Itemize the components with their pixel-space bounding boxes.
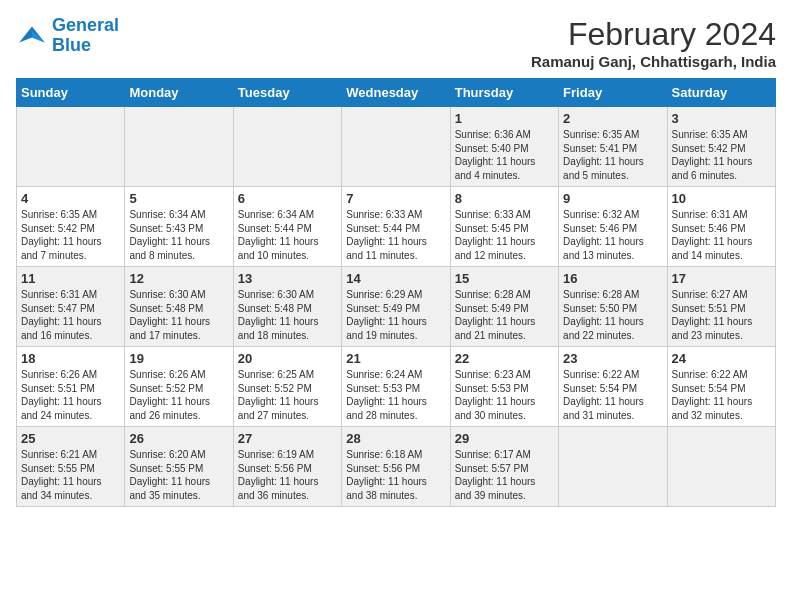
calendar-cell: 19Sunrise: 6:26 AM Sunset: 5:52 PM Dayli… [125,347,233,427]
day-number: 24 [672,351,771,366]
calendar-cell: 14Sunrise: 6:29 AM Sunset: 5:49 PM Dayli… [342,267,450,347]
calendar-cell [233,107,341,187]
day-info: Sunrise: 6:35 AM Sunset: 5:42 PM Dayligh… [672,128,771,182]
calendar-cell: 27Sunrise: 6:19 AM Sunset: 5:56 PM Dayli… [233,427,341,507]
day-info: Sunrise: 6:23 AM Sunset: 5:53 PM Dayligh… [455,368,554,422]
day-number: 13 [238,271,337,286]
day-number: 15 [455,271,554,286]
calendar-cell [559,427,667,507]
calendar-cell [17,107,125,187]
day-number: 22 [455,351,554,366]
day-info: Sunrise: 6:31 AM Sunset: 5:47 PM Dayligh… [21,288,120,342]
calendar-cell: 24Sunrise: 6:22 AM Sunset: 5:54 PM Dayli… [667,347,775,427]
day-number: 8 [455,191,554,206]
day-info: Sunrise: 6:21 AM Sunset: 5:55 PM Dayligh… [21,448,120,502]
calendar-cell: 1Sunrise: 6:36 AM Sunset: 5:40 PM Daylig… [450,107,558,187]
day-number: 6 [238,191,337,206]
calendar-cell: 29Sunrise: 6:17 AM Sunset: 5:57 PM Dayli… [450,427,558,507]
calendar-cell: 23Sunrise: 6:22 AM Sunset: 5:54 PM Dayli… [559,347,667,427]
col-friday: Friday [559,79,667,107]
day-info: Sunrise: 6:25 AM Sunset: 5:52 PM Dayligh… [238,368,337,422]
calendar-cell: 10Sunrise: 6:31 AM Sunset: 5:46 PM Dayli… [667,187,775,267]
day-info: Sunrise: 6:22 AM Sunset: 5:54 PM Dayligh… [672,368,771,422]
day-info: Sunrise: 6:32 AM Sunset: 5:46 PM Dayligh… [563,208,662,262]
calendar-week-5: 25Sunrise: 6:21 AM Sunset: 5:55 PM Dayli… [17,427,776,507]
calendar-cell: 17Sunrise: 6:27 AM Sunset: 5:51 PM Dayli… [667,267,775,347]
day-info: Sunrise: 6:29 AM Sunset: 5:49 PM Dayligh… [346,288,445,342]
logo: General Blue [16,16,119,56]
day-number: 20 [238,351,337,366]
day-info: Sunrise: 6:35 AM Sunset: 5:42 PM Dayligh… [21,208,120,262]
calendar-cell: 28Sunrise: 6:18 AM Sunset: 5:56 PM Dayli… [342,427,450,507]
col-wednesday: Wednesday [342,79,450,107]
day-info: Sunrise: 6:30 AM Sunset: 5:48 PM Dayligh… [238,288,337,342]
title-area: February 2024 Ramanuj Ganj, Chhattisgarh… [531,16,776,70]
calendar-cell: 9Sunrise: 6:32 AM Sunset: 5:46 PM Daylig… [559,187,667,267]
col-saturday: Saturday [667,79,775,107]
day-info: Sunrise: 6:28 AM Sunset: 5:49 PM Dayligh… [455,288,554,342]
day-number: 5 [129,191,228,206]
day-number: 27 [238,431,337,446]
day-number: 1 [455,111,554,126]
day-number: 18 [21,351,120,366]
svg-marker-1 [32,31,45,42]
day-number: 28 [346,431,445,446]
calendar-cell: 21Sunrise: 6:24 AM Sunset: 5:53 PM Dayli… [342,347,450,427]
day-number: 12 [129,271,228,286]
calendar-cell: 18Sunrise: 6:26 AM Sunset: 5:51 PM Dayli… [17,347,125,427]
day-number: 19 [129,351,228,366]
calendar-cell: 3Sunrise: 6:35 AM Sunset: 5:42 PM Daylig… [667,107,775,187]
calendar-cell: 8Sunrise: 6:33 AM Sunset: 5:45 PM Daylig… [450,187,558,267]
calendar-cell: 4Sunrise: 6:35 AM Sunset: 5:42 PM Daylig… [17,187,125,267]
day-number: 21 [346,351,445,366]
calendar-week-1: 1Sunrise: 6:36 AM Sunset: 5:40 PM Daylig… [17,107,776,187]
day-info: Sunrise: 6:34 AM Sunset: 5:44 PM Dayligh… [238,208,337,262]
calendar-cell: 22Sunrise: 6:23 AM Sunset: 5:53 PM Dayli… [450,347,558,427]
day-info: Sunrise: 6:26 AM Sunset: 5:52 PM Dayligh… [129,368,228,422]
day-info: Sunrise: 6:31 AM Sunset: 5:46 PM Dayligh… [672,208,771,262]
day-info: Sunrise: 6:33 AM Sunset: 5:44 PM Dayligh… [346,208,445,262]
header: General Blue February 2024 Ramanuj Ganj,… [16,16,776,70]
day-info: Sunrise: 6:22 AM Sunset: 5:54 PM Dayligh… [563,368,662,422]
day-info: Sunrise: 6:33 AM Sunset: 5:45 PM Dayligh… [455,208,554,262]
calendar-cell: 11Sunrise: 6:31 AM Sunset: 5:47 PM Dayli… [17,267,125,347]
day-number: 23 [563,351,662,366]
day-info: Sunrise: 6:27 AM Sunset: 5:51 PM Dayligh… [672,288,771,342]
calendar-cell: 7Sunrise: 6:33 AM Sunset: 5:44 PM Daylig… [342,187,450,267]
day-info: Sunrise: 6:30 AM Sunset: 5:48 PM Dayligh… [129,288,228,342]
calendar-cell: 15Sunrise: 6:28 AM Sunset: 5:49 PM Dayli… [450,267,558,347]
day-number: 3 [672,111,771,126]
calendar-week-2: 4Sunrise: 6:35 AM Sunset: 5:42 PM Daylig… [17,187,776,267]
day-info: Sunrise: 6:20 AM Sunset: 5:55 PM Dayligh… [129,448,228,502]
calendar-week-4: 18Sunrise: 6:26 AM Sunset: 5:51 PM Dayli… [17,347,776,427]
day-info: Sunrise: 6:26 AM Sunset: 5:51 PM Dayligh… [21,368,120,422]
calendar-cell: 16Sunrise: 6:28 AM Sunset: 5:50 PM Dayli… [559,267,667,347]
day-info: Sunrise: 6:35 AM Sunset: 5:41 PM Dayligh… [563,128,662,182]
calendar-cell: 5Sunrise: 6:34 AM Sunset: 5:43 PM Daylig… [125,187,233,267]
day-number: 2 [563,111,662,126]
calendar-cell: 2Sunrise: 6:35 AM Sunset: 5:41 PM Daylig… [559,107,667,187]
day-info: Sunrise: 6:19 AM Sunset: 5:56 PM Dayligh… [238,448,337,502]
day-number: 16 [563,271,662,286]
calendar-cell: 25Sunrise: 6:21 AM Sunset: 5:55 PM Dayli… [17,427,125,507]
logo-text: General Blue [52,16,119,56]
col-sunday: Sunday [17,79,125,107]
day-number: 14 [346,271,445,286]
day-info: Sunrise: 6:17 AM Sunset: 5:57 PM Dayligh… [455,448,554,502]
day-number: 11 [21,271,120,286]
day-number: 29 [455,431,554,446]
calendar-cell: 20Sunrise: 6:25 AM Sunset: 5:52 PM Dayli… [233,347,341,427]
month-title: February 2024 [531,16,776,53]
calendar-header-row: Sunday Monday Tuesday Wednesday Thursday… [17,79,776,107]
calendar-cell: 13Sunrise: 6:30 AM Sunset: 5:48 PM Dayli… [233,267,341,347]
day-number: 17 [672,271,771,286]
day-info: Sunrise: 6:24 AM Sunset: 5:53 PM Dayligh… [346,368,445,422]
calendar-cell: 26Sunrise: 6:20 AM Sunset: 5:55 PM Dayli… [125,427,233,507]
col-thursday: Thursday [450,79,558,107]
day-info: Sunrise: 6:36 AM Sunset: 5:40 PM Dayligh… [455,128,554,182]
day-number: 26 [129,431,228,446]
calendar-cell [342,107,450,187]
calendar-cell: 12Sunrise: 6:30 AM Sunset: 5:48 PM Dayli… [125,267,233,347]
day-number: 25 [21,431,120,446]
day-number: 10 [672,191,771,206]
